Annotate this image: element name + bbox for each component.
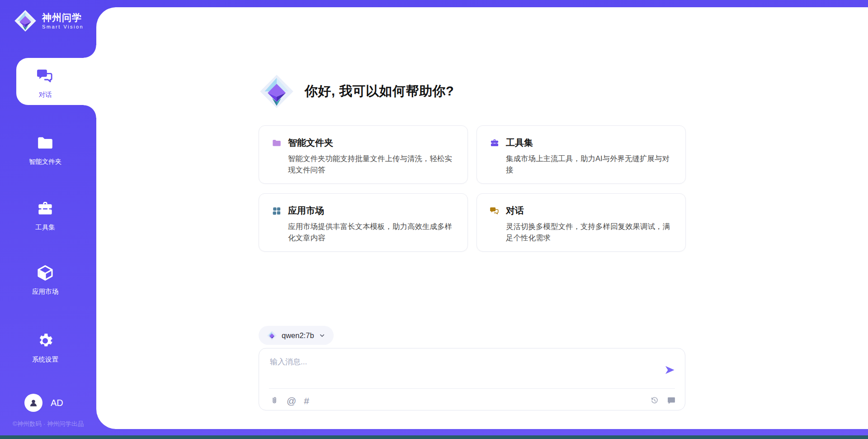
sidebar-item-chat[interactable]: 对话 [0,67,90,99]
gear-icon [36,332,54,350]
conversations-button[interactable] [667,396,676,405]
card-title: 应用市场 [288,205,324,217]
toolbox-icon [490,138,500,148]
card-app-market[interactable]: 应用市场 应用市场提供丰富长文本模板，助力高效生成多样化文章内容 [259,193,468,252]
app-logo-icon [259,73,295,110]
card-description: 灵活切换多模型文件，支持多样回复效果调试，满足个性化需求 [506,221,673,243]
model-selector[interactable]: qwen2:7b [259,326,334,345]
send-button[interactable] [664,364,676,376]
user-initials: AD [51,398,63,408]
topic-button[interactable]: # [304,396,309,406]
card-description: 集成市场上主流工具，助力AI与外界无缝扩展与对接 [506,153,673,176]
sidebar-item-label: 应用市场 [0,287,90,296]
attach-file-button[interactable] [270,396,279,405]
card-description: 智能文件夹功能支持批量文件上传与清洗，轻松实现文件问答 [288,153,455,176]
composer-divider [269,388,675,389]
toolbox-icon [36,200,54,218]
card-toolset[interactable]: 工具集 集成市场上主流工具，助力AI与外界无缝扩展与对接 [476,125,686,184]
sidebar-item-toolset[interactable]: 工具集 [0,200,90,232]
greeting-block: 你好, 我可以如何帮助你? [259,73,454,110]
card-title: 工具集 [506,137,533,149]
card-description: 应用市场提供丰富长文本模板，助力高效生成多样化文章内容 [288,221,455,243]
bottom-edge-strip [0,435,868,439]
sidebar-item-label: 智能文件夹 [0,157,90,166]
greeting-title: 你好, 我可以如何帮助你? [305,82,454,100]
at-icon: @ [287,396,296,406]
sidebar-item-settings[interactable]: 系统设置 [0,332,90,364]
brand-subtitle: Smart Vision [42,24,84,29]
avatar [24,394,42,412]
sidebar-item-label: 系统设置 [0,355,90,364]
message-icon [667,396,676,405]
sidebar-item-label: 对话 [0,91,90,99]
brand: 神州问学 Smart Vision [14,9,84,33]
sidebar: 神州问学 Smart Vision 对话 智能文件夹 工具集 [0,0,96,439]
main-content-panel: 你好, 我可以如何帮助你? 智能文件夹 智能文件夹功能支持批量文件上传与清洗，轻… [96,7,868,429]
sidebar-item-app-market[interactable]: 应用市场 [0,264,90,296]
chat-icon [490,206,500,216]
sidebar-item-smart-folder[interactable]: 智能文件夹 [0,134,90,166]
history-icon [650,396,659,405]
brand-logo-icon [14,9,37,33]
card-title: 对话 [506,205,524,217]
hash-icon: # [304,396,309,406]
message-composer: @ # [259,348,685,410]
message-input[interactable] [270,357,654,383]
card-chat[interactable]: 对话 灵活切换多模型文件，支持多样回复效果调试，满足个性化需求 [476,193,686,252]
model-logo-icon [267,330,277,341]
user-icon [28,397,39,408]
folder-icon [36,134,54,152]
history-button[interactable] [650,396,659,405]
brand-name: 神州问学 [42,12,84,23]
chat-icon [36,67,54,85]
paperclip-icon [270,396,279,405]
card-smart-folder[interactable]: 智能文件夹 智能文件夹功能支持批量文件上传与清洗，轻松实现文件问答 [259,125,468,184]
chevron-down-icon [319,332,326,339]
composer-toolbar: @ # [270,393,676,408]
mention-button[interactable]: @ [287,396,296,406]
grid-icon [272,206,282,216]
folder-icon [272,138,282,148]
sidebar-item-label: 工具集 [0,223,90,232]
send-icon [664,364,676,376]
model-name: qwen2:7b [282,331,314,340]
cube-icon [36,264,54,282]
copyright-text: ©神州数码 · 神州问学出品 [0,420,96,428]
card-title: 智能文件夹 [288,137,333,149]
user-account[interactable]: AD [24,394,63,412]
